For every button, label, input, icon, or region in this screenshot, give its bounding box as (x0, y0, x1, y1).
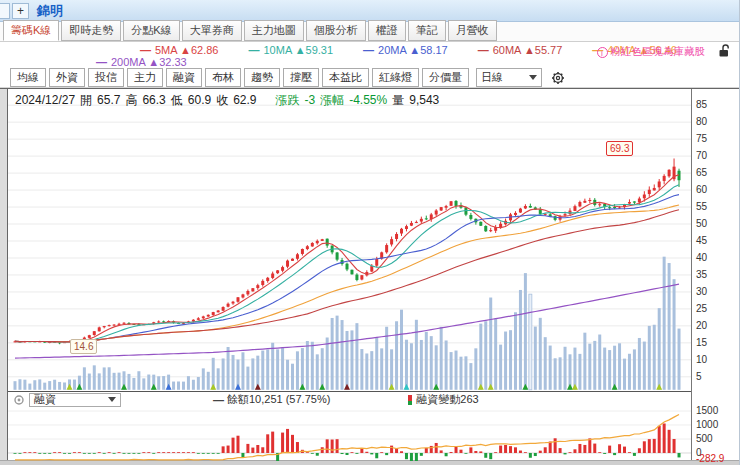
window-left-edge (0, 89, 8, 460)
ohlc-segment: 低 (171, 93, 183, 107)
ohlc-segment: 漲幅 (320, 93, 344, 107)
module-tab[interactable]: 筆記 (408, 20, 446, 41)
ma-legend-row2: —200MA ▲32.33 (96, 56, 187, 68)
toolbar-button[interactable]: 趨勢 (244, 68, 280, 87)
price-tick: 10 (696, 354, 707, 365)
module-tab[interactable]: 個股分析 (306, 20, 366, 41)
indicator-tick: 1500 (696, 405, 718, 416)
chart-region: 2024/12/27開65.7高66.3低60.9收62.9漲跌-3漲幅-4.5… (0, 88, 739, 460)
overlay-toolbar: 均線外資投信主力融資布林趨勢撐壓本益比紅綠燈分價量日線 (0, 68, 739, 88)
ma-legend-item: —200MA ▲32.33 (96, 56, 187, 68)
ma-legend-text: 200MA ▲32.33 (111, 56, 187, 68)
ohlc-segment: 60.9 (188, 93, 211, 107)
treasury-note-text: 粉紅色區塊為庫藏股 (611, 45, 706, 59)
tab-stub (0, 3, 10, 19)
ma-legend-text: 60MA ▲55.77 (493, 44, 563, 56)
price-tick: 75 (696, 133, 707, 144)
chevron-down-icon (108, 397, 116, 402)
line-sample: — (140, 44, 151, 56)
toolbar-button[interactable]: 外資 (49, 68, 85, 87)
ma-legend-text: 20MA ▲58.17 (378, 44, 448, 56)
ohlc-segment: 9,543 (409, 93, 439, 107)
candlestick-chart[interactable] (8, 89, 691, 391)
price-tick: 40 (696, 252, 707, 263)
ohlc-segment: 65.7 (97, 93, 120, 107)
ohlc-segment: 62.9 (233, 93, 256, 107)
price-tick: 85 (696, 99, 707, 110)
bar-sample-icon (408, 395, 412, 405)
module-tab[interactable]: 大單券商 (182, 20, 242, 41)
ohlc-segment: 漲跌 (276, 93, 300, 107)
line-sample: — (363, 44, 374, 56)
treasury-stock-note: i 粉紅色區塊為庫藏股 (597, 45, 706, 59)
price-tick: 45 (696, 235, 707, 246)
indicator-min-tick: -282.9 (696, 453, 724, 464)
price-tick: 25 (696, 303, 707, 314)
volume-bars (13, 257, 680, 390)
ma-legend-item: —60MA ▲55.77 (478, 44, 563, 56)
ohlc-segment: 量 (392, 93, 404, 107)
ohlc-segment: 高 (125, 93, 137, 107)
margin-indicator-chart[interactable] (8, 407, 691, 461)
module-tab[interactable]: 即時走勢 (61, 20, 121, 41)
toolbar-button[interactable]: 融資 (166, 68, 202, 87)
price-tick: 65 (696, 167, 707, 178)
line-sample: — (96, 56, 107, 68)
new-tab-button[interactable]: + (12, 3, 29, 19)
chevron-down-icon (529, 75, 537, 80)
module-tab[interactable]: 權證 (368, 20, 406, 41)
ma-legend-bar: —5MA ▲62.86—10MA ▲59.31—20MA ▲58.17—60MA… (0, 42, 739, 68)
recent-high-label: 69.3 (606, 141, 633, 156)
ohlc-segment: 2024/12/27 (15, 93, 75, 107)
price-tick: 5 (696, 371, 702, 382)
module-tab[interactable]: 主力地圖 (244, 20, 304, 41)
indicator-tick: 500 (696, 433, 713, 444)
period-low-label: 14.6 (70, 339, 97, 354)
ma-legend-text: 5MA ▲62.86 (155, 44, 218, 56)
toolbar-button[interactable]: 均線 (10, 68, 46, 87)
module-tab[interactable]: 分點K線 (123, 20, 179, 41)
ma-legend-item: —10MA ▲59.31 (248, 44, 333, 56)
unlock-icon[interactable] (718, 44, 731, 60)
module-tab-strip: 籌碼K線即時走勢分點K線大單券商主力地圖個股分析權證筆記月營收 (0, 22, 739, 42)
module-tab[interactable]: 籌碼K線 (3, 20, 59, 41)
chip-kline-window: + 錦明 籌碼K線即時走勢分點K線大單券商主力地圖個股分析權證筆記月營收 —5M… (0, 0, 740, 465)
toolbar-button[interactable]: 主力 (127, 68, 163, 87)
price-tick: 35 (696, 269, 707, 280)
ohlc-segment: -4.55% (349, 93, 387, 107)
toolbar-button[interactable]: 分價量 (422, 68, 469, 87)
price-tick: 55 (696, 201, 707, 212)
ohlc-segment: 66.3 (142, 93, 165, 107)
ohlc-segment: -3 (305, 93, 316, 107)
toolbar-button[interactable]: 本益比 (322, 68, 369, 87)
balance-line-legend: — 餘額10,251 (57.75%) (213, 392, 330, 407)
price-tick: 50 (696, 218, 707, 229)
period-select-value: 日線 (481, 70, 503, 85)
indicator-settings-icon[interactable] (13, 394, 25, 406)
price-tick: 70 (696, 150, 707, 161)
ohlc-segment: 開 (80, 93, 92, 107)
indicator-select[interactable]: 融資 (29, 393, 121, 407)
stock-name-tab[interactable]: 錦明 (37, 2, 63, 20)
settings-gear-icon[interactable] (551, 71, 565, 85)
price-tick: 60 (696, 184, 707, 195)
indicator-panel-header: 融資 — 餘額10,251 (57.75%) 融資變動263 (8, 391, 691, 407)
ohlc-info: 2024/12/27開65.7高66.3低60.9收62.9漲跌-3漲幅-4.5… (15, 92, 444, 109)
module-tab[interactable]: 月營收 (448, 20, 497, 41)
window-titlebar: + 錦明 (0, 0, 739, 22)
ma-legend-text: 10MA ▲59.31 (263, 44, 333, 56)
toolbar-button[interactable]: 紅綠燈 (372, 68, 419, 87)
indicator-tick: 1000 (696, 419, 718, 430)
toolbar-button[interactable]: 布林 (205, 68, 241, 87)
chart-plot-column: 2024/12/27開65.7高66.3低60.9收62.9漲跌-3漲幅-4.5… (8, 89, 692, 460)
line-sample: — (248, 44, 259, 56)
price-tick: 80 (696, 116, 707, 127)
toolbar-button[interactable]: 投信 (88, 68, 124, 87)
line-sample: — (213, 394, 224, 406)
period-select[interactable]: 日線 (476, 68, 542, 87)
price-tick: 15 (696, 337, 707, 348)
price-axis: 8580757065605550454035302520151051500100… (692, 89, 739, 460)
line-sample: — (478, 44, 489, 56)
price-tick: 30 (696, 286, 707, 297)
toolbar-button[interactable]: 撐壓 (283, 68, 319, 87)
